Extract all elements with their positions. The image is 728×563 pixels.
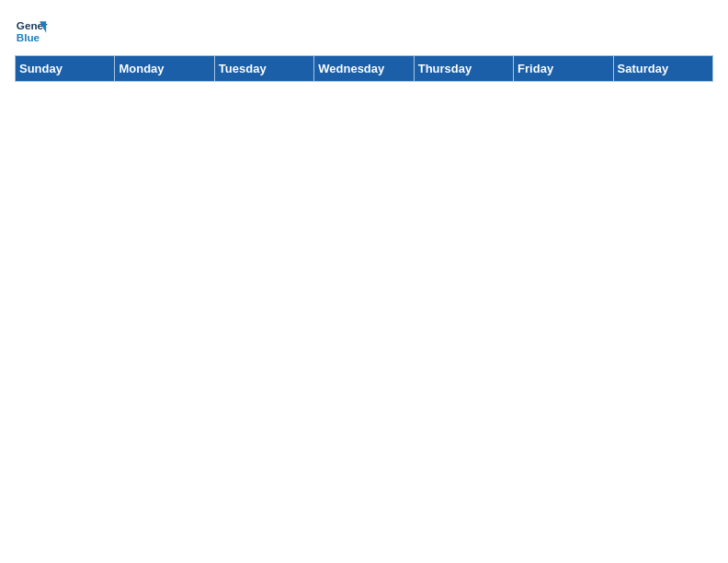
col-saturday: Saturday [613, 56, 712, 82]
col-sunday: Sunday [16, 56, 115, 82]
svg-text:Blue: Blue [17, 31, 40, 43]
logo: General Blue [15, 15, 48, 48]
page-header: General Blue [15, 15, 713, 48]
col-friday: Friday [514, 56, 613, 82]
logo-icon: General Blue [15, 15, 48, 48]
col-monday: Monday [115, 56, 214, 82]
calendar-header-row: Sunday Monday Tuesday Wednesday Thursday… [16, 56, 713, 82]
col-thursday: Thursday [414, 56, 513, 82]
col-tuesday: Tuesday [214, 56, 313, 82]
col-wednesday: Wednesday [314, 56, 414, 82]
calendar-table: Sunday Monday Tuesday Wednesday Thursday… [15, 55, 713, 82]
